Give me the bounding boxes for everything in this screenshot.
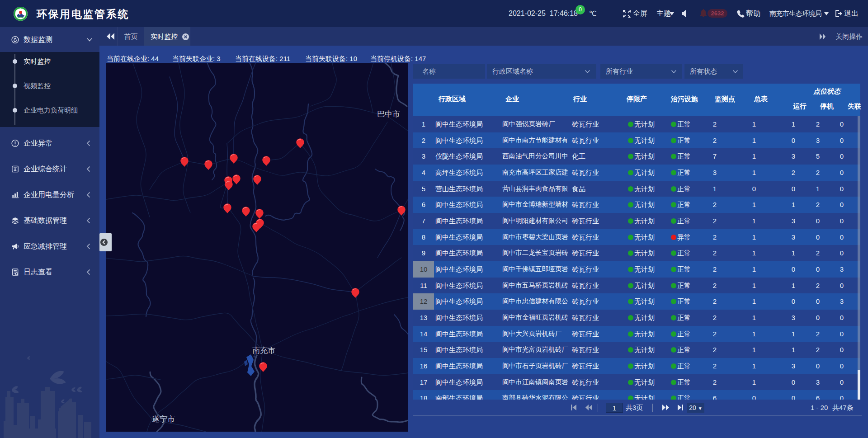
svg-text:南充市: 南充市 [252,346,275,355]
svg-text:遂宁市: 遂宁市 [152,415,175,424]
svg-text:巴中市: 巴中市 [377,110,400,118]
